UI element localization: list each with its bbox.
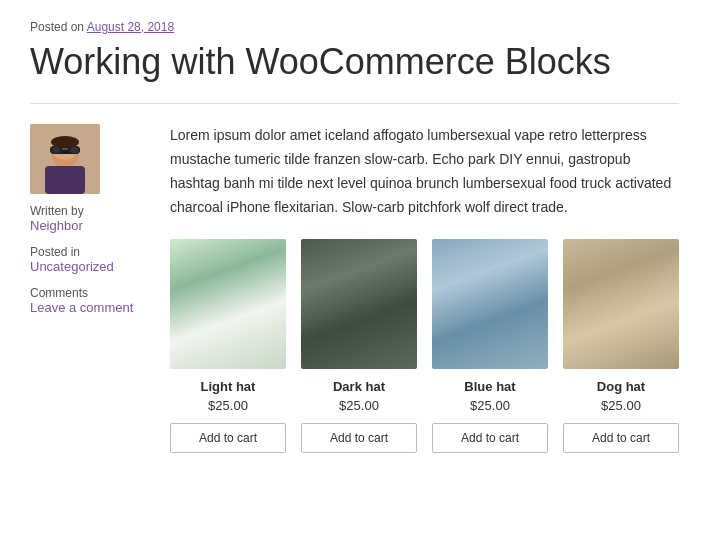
add-to-cart-button-dark-hat[interactable]: Add to cart: [301, 423, 417, 453]
main-content: Lorem ipsum dolor amet iceland affogato …: [170, 124, 679, 453]
product-image-dog-hat: [563, 239, 679, 369]
product-name-blue-hat: Blue hat: [432, 379, 548, 394]
posted-on-meta: Posted on August 28, 2018: [30, 20, 679, 34]
written-by-label: Written by: [30, 204, 150, 218]
product-card-dog-hat: Dog hat $25.00 Add to cart: [563, 239, 679, 453]
product-name-dark-hat: Dark hat: [301, 379, 417, 394]
avatar: [30, 124, 100, 194]
add-to-cart-button-blue-hat[interactable]: Add to cart: [432, 423, 548, 453]
posted-date-link[interactable]: August 28, 2018: [87, 20, 174, 34]
comments-section: Comments Leave a comment: [30, 286, 150, 315]
product-price-blue-hat: $25.00: [432, 398, 548, 413]
content-area: Written by Neighbor Posted in Uncategori…: [30, 124, 679, 453]
product-card-dark-hat: Dark hat $25.00 Add to cart: [301, 239, 417, 453]
svg-point-7: [52, 147, 60, 153]
product-price-dog-hat: $25.00: [563, 398, 679, 413]
add-to-cart-button-dog-hat[interactable]: Add to cart: [563, 423, 679, 453]
leave-comment-link[interactable]: Leave a comment: [30, 300, 150, 315]
product-image-dark-hat: [301, 239, 417, 369]
product-price-light-hat: $25.00: [170, 398, 286, 413]
products-grid: Light hat $25.00 Add to cart Dark hat $2…: [170, 239, 679, 453]
page-wrapper: Posted on August 28, 2018 Working with W…: [0, 0, 709, 493]
sidebar: Written by Neighbor Posted in Uncategori…: [30, 124, 150, 453]
product-image-light-hat: [170, 239, 286, 369]
product-name-dog-hat: Dog hat: [563, 379, 679, 394]
posted-in-section: Posted in Uncategorized: [30, 245, 150, 274]
product-card-blue-hat: Blue hat $25.00 Add to cart: [432, 239, 548, 453]
svg-point-8: [70, 147, 78, 153]
add-to-cart-button-light-hat[interactable]: Add to cart: [170, 423, 286, 453]
body-text: Lorem ipsum dolor amet iceland affogato …: [170, 124, 679, 219]
posted-in-label: Posted in: [30, 245, 150, 259]
svg-rect-9: [62, 148, 68, 150]
product-image-blue-hat: [432, 239, 548, 369]
author-link[interactable]: Neighbor: [30, 218, 150, 233]
divider: [30, 103, 679, 104]
product-price-dark-hat: $25.00: [301, 398, 417, 413]
category-link[interactable]: Uncategorized: [30, 259, 150, 274]
product-card-light-hat: Light hat $25.00 Add to cart: [170, 239, 286, 453]
comments-label: Comments: [30, 286, 150, 300]
svg-rect-2: [45, 166, 85, 194]
product-name-light-hat: Light hat: [170, 379, 286, 394]
posted-on-label: Posted on: [30, 20, 84, 34]
svg-point-10: [51, 136, 79, 148]
page-title: Working with WooCommerce Blocks: [30, 40, 679, 83]
